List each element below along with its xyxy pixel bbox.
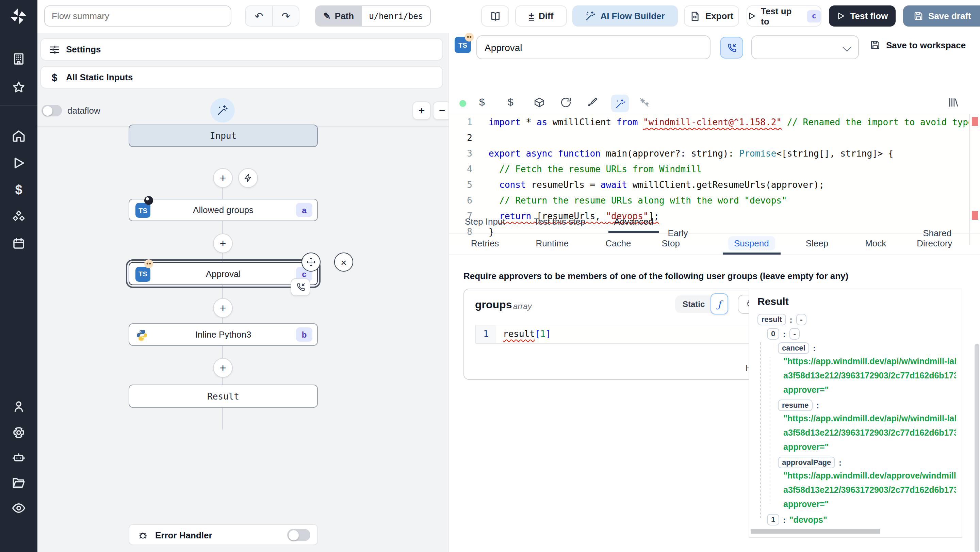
- diff-button[interactable]: ± Diff: [515, 5, 567, 27]
- test-flow-button[interactable]: Test flow: [829, 5, 896, 27]
- resources-dollar-icon[interactable]: $: [508, 96, 514, 108]
- error-handler-card[interactable]: Error Handler: [129, 524, 318, 545]
- status-dot: [460, 100, 466, 107]
- reload-icon[interactable]: [560, 97, 572, 108]
- library-icon[interactable]: [947, 97, 959, 108]
- subtab-mock[interactable]: Mock: [858, 238, 894, 255]
- ai-assistant-wand-button[interactable]: [611, 95, 629, 112]
- subtab-early-stop[interactable]: Early Stop: [660, 228, 705, 255]
- add-step-button[interactable]: +: [213, 298, 233, 318]
- result-key-chip[interactable]: 1: [767, 514, 779, 525]
- trigger-bolt-button[interactable]: [238, 168, 258, 188]
- flow-summary-input[interactable]: [44, 5, 231, 27]
- suspend-phone-badge[interactable]: [291, 278, 310, 296]
- schedules-calendar-icon[interactable]: [11, 236, 26, 250]
- node-python-label: Inline Python3: [129, 324, 317, 345]
- add-step-button[interactable]: +: [213, 358, 233, 378]
- workers-robot-icon[interactable]: [11, 450, 26, 465]
- result-key-chip[interactable]: result: [757, 314, 786, 325]
- error-marker: [972, 117, 978, 126]
- settings-gear-icon[interactable]: [11, 425, 26, 440]
- dataflow-toggle[interactable]: [41, 105, 62, 116]
- sidebar-divider: [0, 105, 37, 105]
- variables-dollar-icon[interactable]: $: [479, 96, 485, 108]
- zoom-in-button[interactable]: +: [412, 102, 431, 120]
- suspend-phone-button[interactable]: [720, 37, 743, 59]
- ai-sparkles-off-icon[interactable]: [638, 97, 650, 108]
- redo-button[interactable]: ↷: [272, 5, 299, 27]
- save-draft-label: Save draft: [928, 11, 971, 21]
- error-handler-toggle[interactable]: [287, 529, 310, 541]
- home-icon[interactable]: [11, 129, 26, 143]
- all-static-inputs-button[interactable]: $ All Static Inputs: [40, 66, 443, 89]
- step-editor-panel: TS Save to workspace $ $: [449, 33, 980, 552]
- subtab-cache[interactable]: Cache: [598, 238, 638, 255]
- node-allowed-groups[interactable]: TS Allowed groups a: [129, 199, 318, 221]
- audit-eye-icon[interactable]: [11, 501, 26, 515]
- flow-settings-label: Settings: [66, 44, 101, 54]
- package-icon[interactable]: [533, 97, 545, 108]
- step-id-badge: a: [296, 203, 312, 217]
- lightning-icon: [243, 173, 253, 182]
- subtab-runtime[interactable]: Runtime: [528, 238, 576, 255]
- save-draft-button[interactable]: Save draft: [903, 5, 980, 27]
- result-string-value: "devops": [789, 515, 827, 525]
- book-icon: [490, 11, 501, 21]
- variables-icon[interactable]: $: [11, 182, 26, 197]
- step-name-input[interactable]: [476, 35, 711, 59]
- move-step-button[interactable]: [301, 253, 321, 272]
- save-to-workspace-label: Save to workspace: [886, 40, 966, 50]
- result-key-chip[interactable]: approvalPage: [778, 457, 835, 468]
- dataflow-label: dataflow: [67, 105, 100, 116]
- sliders-icon: [49, 44, 60, 55]
- users-icon[interactable]: [11, 399, 26, 414]
- groups-field-card: groups array Static ƒ → 1 result[1] Help: [463, 289, 784, 380]
- docs-book-button[interactable]: [481, 5, 509, 27]
- expression-fx-button[interactable]: ƒ: [711, 293, 728, 315]
- windmill-flow-editor: $ ↶ ↷: [0, 0, 980, 552]
- code-line: 6 // Return the resume URLs along with t…: [449, 192, 980, 208]
- collapse-chip[interactable]: -: [789, 328, 800, 340]
- ai-flow-builder-button[interactable]: AI Flow Builder: [572, 5, 678, 27]
- flow-settings-button[interactable]: Settings: [40, 38, 443, 60]
- subtab-retries[interactable]: Retries: [463, 238, 506, 255]
- tab-test-this-step[interactable]: Test this step: [533, 216, 587, 233]
- favorites-star-icon[interactable]: [11, 80, 26, 95]
- collapse-chip[interactable]: -: [796, 314, 807, 325]
- resources-icon[interactable]: [11, 210, 26, 224]
- path-button[interactable]: ✎ Path: [315, 5, 362, 27]
- path-value[interactable]: u/henri/bes: [362, 5, 430, 27]
- ai-graph-wand-button[interactable]: [210, 98, 235, 122]
- format-brush-icon[interactable]: [587, 97, 598, 108]
- folders-icon[interactable]: [11, 476, 26, 490]
- delete-step-button[interactable]: ×: [334, 253, 353, 272]
- tab-advanced[interactable]: Advanced: [612, 216, 655, 233]
- kind-select[interactable]: [751, 35, 859, 59]
- result-key-chip[interactable]: cancel: [778, 342, 810, 354]
- result-key-chip[interactable]: 0: [767, 328, 779, 340]
- result-key-chip[interactable]: resume: [778, 399, 813, 411]
- save-to-workspace-button[interactable]: Save to workspace: [870, 40, 966, 50]
- subtab-suspend[interactable]: Suspend: [727, 238, 776, 255]
- subtab-shared-directory[interactable]: Shared Directory: [915, 228, 980, 255]
- tab-step-input[interactable]: Step Input: [463, 216, 507, 233]
- horizontal-scrollbar-thumb[interactable]: [751, 529, 880, 534]
- workspace-icon[interactable]: [11, 52, 26, 66]
- add-step-button[interactable]: +: [213, 168, 233, 188]
- runs-icon[interactable]: [11, 156, 26, 170]
- node-result[interactable]: Result: [129, 385, 318, 408]
- windmill-logo-icon[interactable]: [9, 7, 28, 26]
- expression-editor[interactable]: 1 result[1]: [475, 325, 775, 344]
- node-approval-selected[interactable]: TS Approval c: [129, 262, 318, 285]
- test-up-to-button[interactable]: Test up to c: [746, 5, 821, 27]
- code-line: 2: [449, 130, 980, 146]
- window-scrollbar-thumb[interactable]: [975, 344, 979, 552]
- undo-button[interactable]: ↶: [245, 5, 272, 27]
- zoom-out-button[interactable]: −: [433, 102, 449, 120]
- result-tree-row: 0 : -: [757, 326, 956, 340]
- node-input[interactable]: Input: [129, 124, 318, 147]
- add-step-button[interactable]: +: [213, 234, 233, 253]
- node-inline-python[interactable]: Inline Python3 b: [129, 323, 318, 346]
- subtab-sleep[interactable]: Sleep: [798, 238, 836, 255]
- export-button[interactable]: Export: [684, 5, 739, 27]
